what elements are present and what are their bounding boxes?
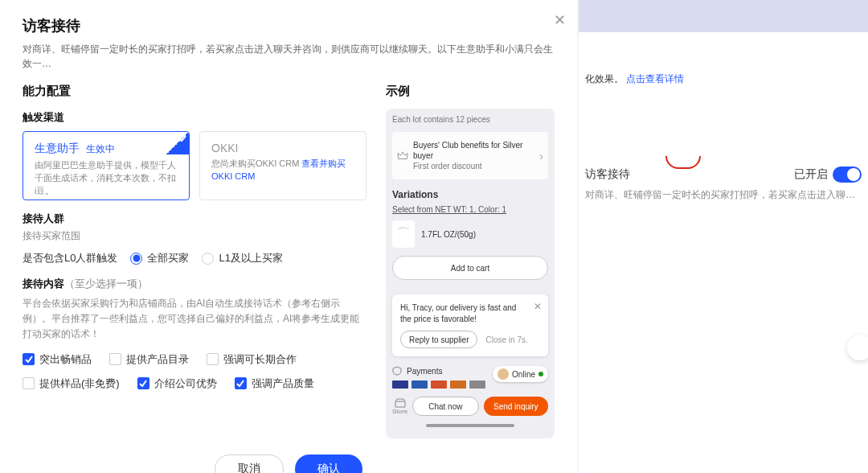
settings-modal: ✕ 访客接待 对商详、旺铺停留一定时长的买家打招呼，若买家点击进入聊天并咨询，则… [0, 0, 577, 473]
content-label: 接待内容（至少选择一项） [23, 277, 366, 291]
channel-card-okki[interactable]: OKKI 您尚未购买OKKI CRM 查看并购买OKKI CRM [199, 131, 366, 200]
audience-help: 接待买家范围 [23, 229, 366, 243]
channel-label: 触发渠道 [23, 110, 366, 125]
checkbox-4[interactable]: 介绍公司优势 [137, 376, 217, 391]
club-sub: First order discount [413, 161, 534, 171]
variant-row: ⌒ 1.7FL OZ/(50g) [392, 220, 548, 248]
crown-icon [397, 150, 408, 162]
reply-button[interactable]: Reply to supplier [400, 331, 477, 348]
lot-text: Each lot contains 12 pieces [392, 115, 548, 124]
store-icon [395, 398, 406, 408]
promo-line: 化效果。 点击查看详情 [579, 72, 868, 86]
promo-link[interactable]: 点击查看详情 [626, 73, 684, 84]
checkbox-3[interactable]: 提供样品(非免费) [23, 376, 120, 391]
variations-select[interactable]: Select from NET WT: 1, Color: 1 [392, 205, 548, 214]
visa-icon [411, 380, 428, 389]
chat-now-button[interactable]: Chat now [412, 397, 478, 416]
online-avatar[interactable]: Online [493, 366, 548, 382]
checkbox-5[interactable]: 强调产品质量 [235, 376, 314, 391]
club-line: Buyers' Club benefits for Silver buyer [413, 140, 534, 161]
checkbox-0[interactable]: 突出畅销品 [23, 352, 92, 367]
channel-badge: 生效中 [86, 142, 115, 156]
channel-desc: 您尚未购买OKKI CRM 查看并购买OKKI CRM [211, 158, 354, 183]
modal-subtitle: 对商详、旺铺停留一定时长的买家打招呼，若买家点击进入聊天并咨询，则供应商可以继续… [23, 42, 555, 71]
floating-action-button[interactable] [847, 335, 868, 360]
send-inquiry-button[interactable]: Send inquiry [484, 397, 548, 416]
payments-label: Payments [407, 367, 442, 376]
paypal-icon [392, 380, 408, 389]
channel-desc: 由阿里巴巴生意助手提供，模型千人千面生成话术，消耗文本次数，不扣i豆。 [35, 159, 178, 198]
chevron-right-icon: › [539, 150, 543, 162]
online-label: Online [512, 370, 535, 379]
checkbox-2[interactable]: 强调可长期合作 [207, 352, 297, 367]
content-help: 平台会依据买家采购行为和店铺商品，由AI自动生成接待话术（参考右侧示例）。平台推… [23, 296, 366, 343]
cancel-button[interactable]: 取消 [215, 454, 284, 473]
close-in-text: Close in 7s. [485, 335, 527, 344]
chat-message: Hi, Tracy, our delivery is fast and the … [400, 302, 540, 324]
preview-phone: Each lot contains 12 pieces Buyers' Club… [386, 109, 555, 438]
mastercard-icon [431, 380, 447, 389]
channel-title: OKKI [211, 142, 238, 154]
card-icon [469, 380, 485, 389]
close-icon[interactable]: ✕ [554, 11, 566, 29]
add-to-cart-button[interactable]: Add to cart [392, 256, 548, 280]
example-column: 示例 Each lot contains 12 pieces Buyers' C… [386, 84, 555, 438]
variant-text: 1.7FL OZ/(50g) [421, 230, 476, 239]
online-dot-icon [538, 372, 543, 376]
modal-title: 访客接待 [23, 16, 555, 35]
background-page: 化效果。 点击查看详情 访客接待 已开启 对商详、旺铺停留一定时长的买家打招呼，… [579, 0, 868, 473]
variant-thumb: ⌒ [392, 220, 415, 248]
amex-icon [450, 380, 466, 389]
enable-toggle[interactable] [833, 167, 862, 183]
radio-l1-plus[interactable]: L1及以上买家 [202, 251, 282, 265]
section-example-title: 示例 [386, 84, 555, 99]
section-config-title: 能力配置 [23, 84, 366, 99]
avatar-icon [497, 368, 509, 380]
audience-label: 接待人群 [23, 212, 366, 226]
variations-title: Variations [392, 189, 548, 200]
chat-close-icon[interactable]: ✕ [534, 301, 542, 312]
back-card-sub: 对商详、旺铺停留一定时长的买家打招呼，若买家点击进入聊天… [585, 187, 862, 202]
store-link[interactable]: Store [392, 398, 407, 415]
shield-icon [392, 366, 402, 376]
background-card: 访客接待 已开启 对商详、旺铺停留一定时长的买家打招呼，若买家点击进入聊天… [585, 167, 862, 202]
back-card-status: 已开启 [794, 167, 862, 183]
promo-text: 化效果。 [585, 73, 624, 84]
home-indicator [426, 424, 514, 427]
chat-popup: ✕ Hi, Tracy, our delivery is fast and th… [392, 294, 548, 356]
radio-group-label: 是否包含L0人群触发 [23, 251, 117, 265]
buyers-club-row: Buyers' Club benefits for Silver buyer F… [392, 132, 548, 179]
checkbox-1[interactable]: 提供产品目录 [109, 352, 189, 367]
radio-all-buyers[interactable]: 全部买家 [130, 251, 189, 265]
channel-title: 生意助手 [35, 142, 80, 156]
confirm-button[interactable]: 确认 [295, 454, 362, 473]
back-card-title: 访客接待 [585, 167, 630, 182]
config-column: 能力配置 触发渠道 生意助手 生效中 由阿里巴巴生意助手提供，模型千人千面生成话… [23, 84, 366, 438]
status-label: 已开启 [794, 167, 828, 182]
channel-card-business-assistant[interactable]: 生意助手 生效中 由阿里巴巴生意助手提供，模型千人千面生成话术，消耗文本次数，不… [23, 131, 190, 200]
